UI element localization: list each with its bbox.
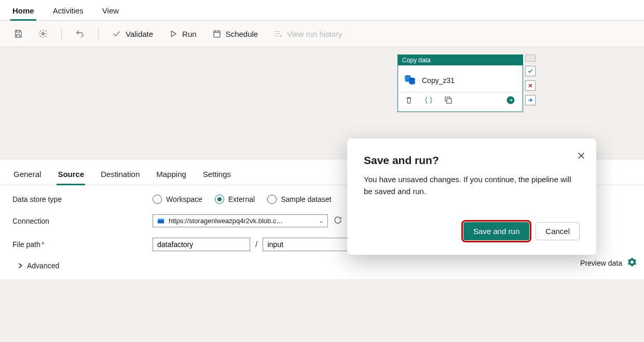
delete-icon[interactable] [404,95,414,106]
activity-header: Copy data [398,55,523,65]
advanced-toggle[interactable]: Advanced [12,262,632,270]
status-stub [525,54,536,62]
status-success-port[interactable] [525,66,536,76]
preview-data[interactable]: Preview data [580,257,637,268]
list-icon [273,29,283,38]
schedule-button[interactable]: Schedule [208,27,263,40]
run-button[interactable]: Run [165,27,201,40]
svg-rect-8 [158,218,164,220]
preview-settings-icon[interactable] [627,257,637,268]
validate-button[interactable]: Validate [108,27,157,40]
save-and-run-button[interactable]: Save and run [463,222,529,240]
save-button[interactable] [9,27,27,40]
undo-icon [75,29,85,38]
container-input[interactable] [153,238,250,251]
gear-icon [38,29,48,38]
view-run-history-button: View run history [269,27,346,40]
radio-workspace[interactable]: Workspace [153,195,202,204]
tab-home[interactable]: Home [10,4,36,20]
execute-icon[interactable] [506,95,515,106]
path-separator: / [255,240,257,249]
status-failure-port[interactable] [525,80,536,91]
undo-button[interactable] [71,27,89,40]
tab-activities[interactable]: Activities [51,4,86,20]
activity-status-column [525,54,536,105]
advanced-label: Advanced [27,262,59,270]
check-icon [112,29,121,38]
svg-point-0 [42,33,45,35]
connection-dropdown[interactable]: https://storagenlweazpq4r2vk.blob.c… ⌄ [153,214,328,227]
svg-rect-1 [214,31,220,37]
chevron-down-icon: ⌄ [319,217,323,224]
panel-tab-source[interactable]: Source [57,167,85,185]
toolbar: Validate Run Schedule View run history [0,21,644,47]
activity-name: Copy_z31 [422,76,455,85]
directory-input[interactable] [263,238,360,251]
panel-tab-settings[interactable]: Settings [202,167,232,185]
cancel-button[interactable]: Cancel [536,222,580,240]
save-and-run-dialog: Save and run? You have unsaved changes. … [347,139,596,255]
preview-label: Preview data [580,259,622,267]
calendar-icon [212,29,222,38]
connection-label: Connection [12,217,153,225]
storage-icon [157,217,165,225]
refresh-icon[interactable] [333,215,342,226]
svg-rect-5 [447,99,451,103]
copy-data-activity[interactable]: Copy data Copy_z31 [398,54,523,112]
validate-label: Validate [126,30,153,38]
database-icon [403,73,417,88]
tab-view[interactable]: View [100,4,121,20]
run-label: Run [182,30,197,38]
top-nav: Home Activities View [0,0,644,21]
schedule-label: Schedule [226,30,258,38]
close-button[interactable] [577,151,586,162]
data-store-type-group: Workspace External Sample dataset [153,195,331,204]
file-path-label: File path* [12,240,153,249]
dialog-body: You have unsaved changes. If you continu… [364,174,580,197]
status-completion-port[interactable] [525,95,536,105]
svg-point-2 [280,35,282,37]
save-icon [13,29,23,38]
panel-tab-general[interactable]: General [12,167,42,185]
history-label: View run history [287,30,342,38]
play-icon [169,29,178,38]
settings-button[interactable] [34,27,52,40]
radio-sample-dataset[interactable]: Sample dataset [267,195,331,204]
panel-tab-mapping[interactable]: Mapping [155,167,187,185]
radio-external[interactable]: External [215,195,255,204]
dialog-title: Save and run? [364,154,580,167]
panel-tab-destination[interactable]: Destination [100,167,141,185]
connection-value: https://storagenlweazpq4r2vk.blob.c… [169,217,314,225]
copy-icon[interactable] [444,95,453,106]
code-icon[interactable] [424,95,433,106]
data-store-type-label: Data store type [12,195,153,203]
